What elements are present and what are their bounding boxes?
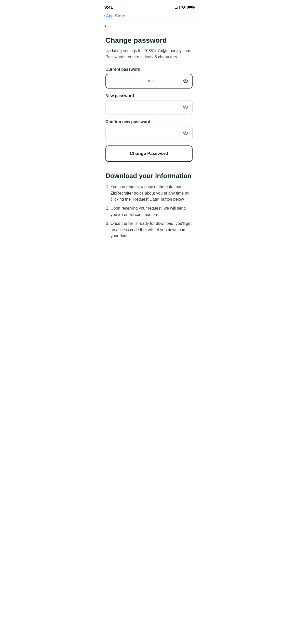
current-password-label: Current password (105, 67, 193, 72)
page-title: Change password (105, 36, 193, 45)
svg-point-2 (183, 106, 188, 109)
svg-point-3 (185, 107, 186, 108)
confirm-password-label: Confirm new password (105, 120, 193, 124)
appstore-back-label: App Store (106, 13, 125, 19)
download-info-title: Download your information (105, 172, 193, 180)
new-password-wrapper (105, 100, 193, 114)
new-password-label: New password (105, 94, 193, 98)
list-item: Once the file is ready for download, you… (111, 221, 193, 239)
main-content: Change password Updating settings for 70… (99, 31, 199, 252)
appstore-nav: ‹ App Store (99, 12, 199, 20)
current-password-group: Current password (105, 67, 193, 89)
confirm-password-wrapper (105, 126, 193, 140)
confirm-password-group: Confirm new password (105, 120, 193, 140)
change-password-button[interactable]: Change Password (105, 145, 193, 162)
svg-point-0 (183, 80, 188, 83)
new-password-input[interactable] (105, 100, 193, 114)
current-password-input[interactable] (105, 74, 193, 89)
back-chevron-icon: ‹ (103, 13, 105, 19)
appstore-back-button[interactable]: ‹ App Store (103, 13, 125, 19)
list-item-2-text: Upon receiving your request, we will sen… (111, 206, 186, 217)
wifi-icon (181, 5, 186, 10)
svg-point-4 (183, 132, 188, 135)
status-bar: 9:41 (99, 0, 199, 12)
battery-icon (187, 6, 194, 9)
current-password-wrapper (105, 74, 193, 89)
back-button[interactable]: ‹ (104, 22, 106, 29)
back-row: ‹ (99, 20, 199, 31)
download-info-list: You can request a copy of the data that … (105, 184, 193, 239)
strikethrough-text: your data (111, 234, 128, 238)
list-item-1-text: You can request a copy of the data that … (111, 185, 189, 202)
confirm-password-input[interactable] (105, 126, 193, 140)
svg-point-1 (185, 80, 186, 82)
svg-point-5 (185, 133, 186, 134)
new-password-eye-icon[interactable] (182, 104, 188, 110)
status-time: 9:41 (104, 5, 113, 10)
list-item-3-text: Once the file is ready for download, you… (111, 221, 192, 238)
confirm-password-eye-icon[interactable] (182, 130, 188, 136)
list-item: You can request a copy of the data that … (111, 184, 193, 203)
status-icons (175, 5, 194, 10)
list-item: Upon receiving your request, we will sen… (111, 205, 193, 218)
page-description: Updating settings for 70851d7a@moodjoy.c… (105, 48, 193, 60)
current-password-eye-icon[interactable] (182, 78, 188, 84)
new-password-group: New password (105, 94, 193, 114)
signal-icon (175, 6, 180, 9)
